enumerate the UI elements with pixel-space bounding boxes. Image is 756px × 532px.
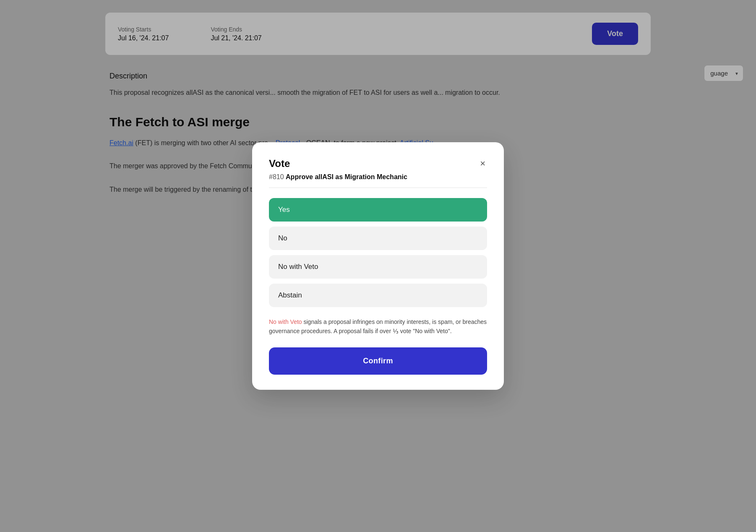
proposal-title: Approve allASI as Migration Mechanic [286, 173, 407, 180]
modal-title: Vote [269, 158, 290, 170]
vote-option-yes[interactable]: Yes [269, 198, 487, 222]
modal-proposal-info: #810 Approve allASI as Migration Mechani… [269, 173, 487, 188]
close-button[interactable]: × [478, 157, 487, 170]
modal-header: Vote × [269, 157, 487, 170]
vote-no-label: No [278, 234, 287, 242]
confirm-button[interactable]: Confirm [269, 347, 487, 375]
vote-option-no-with-veto[interactable]: No with Veto [269, 255, 487, 279]
vote-option-abstain[interactable]: Abstain [269, 284, 487, 307]
page-background: Voting Starts Jul 16, '24. 21:07 Voting … [0, 0, 756, 532]
veto-info: No with Veto signals a proposal infringe… [269, 317, 487, 336]
vote-options: Yes No No with Veto Abstain [269, 198, 487, 307]
veto-highlight: No with Veto [269, 318, 302, 325]
vote-modal: Vote × #810 Approve allASI as Migration … [252, 142, 504, 390]
vote-no-veto-label: No with Veto [278, 263, 318, 271]
vote-yes-label: Yes [278, 206, 290, 214]
vote-option-no[interactable]: No [269, 227, 487, 250]
proposal-id: #810 [269, 173, 284, 180]
vote-abstain-label: Abstain [278, 291, 302, 299]
modal-overlay: Vote × #810 Approve allASI as Migration … [0, 0, 756, 532]
veto-info-text: signals a proposal infringes on minority… [269, 318, 487, 334]
